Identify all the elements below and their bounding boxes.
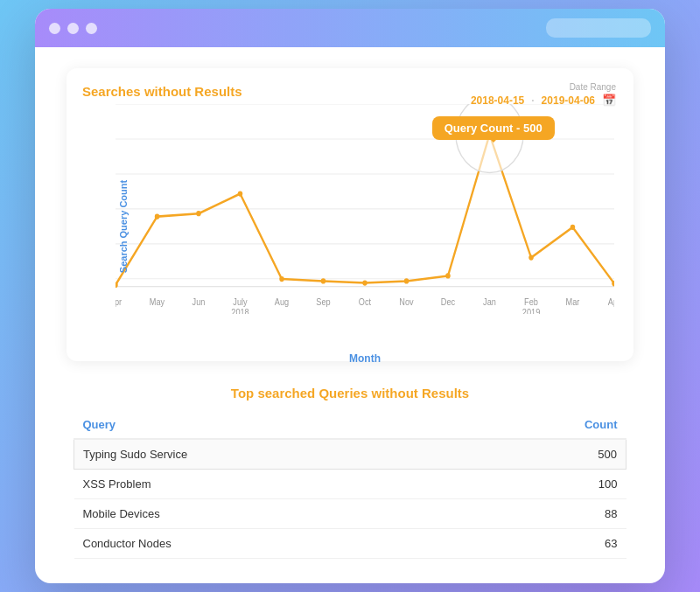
svg-text:Sep: Sep — [316, 296, 331, 307]
svg-point-25 — [570, 225, 576, 230]
svg-point-19 — [321, 278, 326, 283]
title-bar-search[interactable] — [546, 18, 651, 38]
table-cell-query: Conductor Nodes — [74, 529, 466, 559]
data-table: Query Count Typing Sudo Service500XSS Pr… — [74, 413, 626, 559]
svg-point-16 — [196, 211, 201, 216]
table-cell-count: 100 — [465, 470, 626, 499]
date-range-container: Date Range 2018-04-15 · 2019-04-06 📅 — [471, 82, 616, 107]
x-axis-label: Month — [116, 352, 614, 365]
table-cell-query: XSS Problem — [74, 470, 466, 499]
chart-tooltip: Query Count - 500 — [432, 116, 555, 140]
svg-text:Apr: Apr — [116, 296, 122, 307]
svg-point-17 — [238, 191, 243, 196]
svg-text:Oct: Oct — [359, 296, 372, 307]
col-header-query: Query — [74, 413, 466, 439]
svg-point-21 — [404, 278, 410, 283]
chart-card: Searches without Results Date Range 2018… — [66, 68, 634, 361]
table-cell-count: 63 — [465, 529, 626, 559]
svg-text:Apr: Apr — [608, 296, 614, 307]
window-dot-3 — [86, 23, 97, 34]
svg-point-15 — [155, 214, 160, 219]
app-window: Searches without Results Date Range 2018… — [35, 9, 665, 583]
svg-text:Feb: Feb — [524, 296, 538, 307]
col-header-count: Count — [465, 413, 626, 439]
table-row: Typing Sudo Service500 — [74, 439, 626, 470]
tooltip-text: Query Count - 500 — [444, 122, 542, 135]
table-row: XSS Problem100 — [74, 470, 626, 499]
svg-point-18 — [279, 276, 284, 282]
chart-inner: 600 500 400 300 200 100 0 — [116, 104, 614, 349]
title-bar — [35, 9, 665, 47]
svg-text:Jun: Jun — [192, 296, 206, 307]
table-header-row: Query Count — [74, 413, 626, 439]
svg-text:May: May — [150, 296, 164, 307]
svg-text:Mar: Mar — [566, 296, 581, 307]
date-range-label: Date Range — [471, 82, 616, 92]
chart-area: Query Count - 500 600 500 — [82, 104, 614, 349]
table-row: Conductor Nodes63 — [74, 529, 626, 559]
table-cell-count: 500 — [465, 439, 626, 470]
window-dot-1 — [49, 23, 60, 34]
table-row: Mobile Devices88 — [74, 499, 626, 529]
table-cell-query: Mobile Devices — [74, 499, 466, 529]
svg-text:July: July — [233, 296, 247, 307]
main-content: Searches without Results Date Range 2018… — [35, 47, 665, 583]
svg-text:Dec: Dec — [441, 296, 455, 307]
svg-text:2019: 2019 — [522, 308, 540, 314]
svg-text:Nov: Nov — [399, 296, 413, 307]
svg-point-22 — [445, 273, 451, 278]
svg-point-20 — [362, 280, 368, 285]
window-dot-2 — [67, 23, 79, 34]
svg-text:Aug: Aug — [275, 296, 289, 307]
y-axis-label: Search Query Count — [118, 180, 129, 273]
table-cell-query: Typing Sudo Service — [74, 439, 466, 470]
svg-text:Jan: Jan — [483, 296, 496, 307]
svg-text:2018: 2018 — [231, 308, 249, 314]
table-section: Top searched Queries without Results Que… — [66, 386, 634, 559]
svg-point-24 — [528, 254, 534, 260]
table-cell-count: 88 — [465, 499, 626, 529]
table-title: Top searched Queries without Results — [74, 386, 626, 400]
